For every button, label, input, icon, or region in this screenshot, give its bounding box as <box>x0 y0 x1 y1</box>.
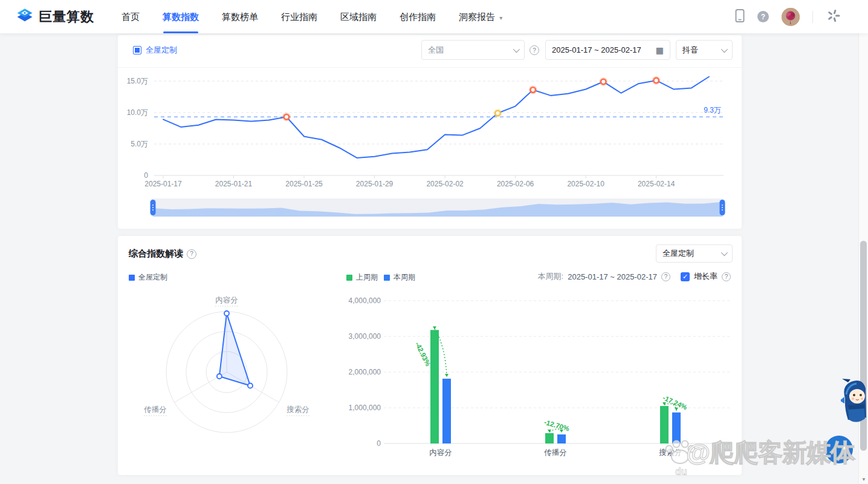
radar-legend-item[interactable]: 全屋定制 <box>129 272 167 283</box>
logo-text: 巨量算数 <box>39 8 94 26</box>
svg-text:2025-01-25: 2025-01-25 <box>285 180 323 188</box>
svg-text:2025-02-02: 2025-02-02 <box>426 180 464 188</box>
period-label: 本周期: <box>538 271 564 282</box>
chevron-down-icon <box>721 249 728 256</box>
svg-text:传播分: 传播分 <box>144 405 167 414</box>
period-help-icon[interactable]: ? <box>661 272 670 281</box>
top-nav: 巨量算数 首页 算数指数 算数榜单 行业指南 区域指南 创作指南 洞察报告 ▾ <box>0 0 868 33</box>
growth-help-icon[interactable]: ? <box>722 272 731 281</box>
svg-text:2025-02-10: 2025-02-10 <box>567 180 604 188</box>
svg-text:-42.93%: -42.93% <box>414 341 432 367</box>
svg-text:内容分: 内容分 <box>429 448 452 457</box>
svg-text:0: 0 <box>144 171 148 180</box>
svg-text:10.0万: 10.0万 <box>127 108 148 117</box>
svg-text:传播分: 传播分 <box>544 448 567 457</box>
section-help-icon[interactable]: ? <box>187 249 196 259</box>
section-title: 综合指数解读 <box>129 248 183 260</box>
svg-text:2025-01-29: 2025-01-29 <box>356 180 394 188</box>
help-icon[interactable]: ? <box>757 11 769 22</box>
nav-item-creation[interactable]: 创作指南 <box>400 0 436 33</box>
main-menu: 首页 算数指数 算数榜单 行业指南 区域指南 创作指南 洞察报告 ▾ <box>110 0 514 33</box>
page: 巨量算数 首页 算数指数 算数榜单 行业指南 区域指南 创作指南 洞察报告 ▾ <box>0 0 868 484</box>
nav-item-index[interactable]: 算数指数 <box>163 0 199 33</box>
trend-line-chart: 05.0万10.0万15.0万2025-01-172025-01-212025-… <box>118 35 742 194</box>
period-meta: 本周期: 2025-01-17 ~ 2025-02-17 ? ✓ 增长率 ? <box>538 271 731 282</box>
nav-item-region[interactable]: 区域指南 <box>340 0 377 33</box>
nav-item-industry[interactable]: 行业指南 <box>281 0 317 33</box>
legend-curr-period[interactable]: 本周期 <box>384 272 415 283</box>
svg-text:3,000,000: 3,000,000 <box>349 332 381 341</box>
active-underline <box>163 31 198 33</box>
mascot-widget[interactable] <box>841 379 866 428</box>
nav-item-home[interactable]: 首页 <box>121 0 140 33</box>
nav-item-rank[interactable]: 算数榜单 <box>222 0 258 33</box>
svg-text:2025-02-06: 2025-02-06 <box>497 180 534 188</box>
legend-marker <box>129 275 135 281</box>
composite-card: 综合指数解读 ? 全屋定制 全屋定制 上周期 本周期 本周期: 2025-01-… <box>118 236 742 475</box>
svg-text:2025-02-14: 2025-02-14 <box>638 180 675 188</box>
watermark-circle <box>825 436 853 463</box>
svg-text:15.0万: 15.0万 <box>127 77 148 85</box>
svg-text:2,000,000: 2,000,000 <box>349 368 381 376</box>
legend-marker <box>346 275 352 281</box>
svg-text:内容分: 内容分 <box>215 296 238 304</box>
keyword-dropdown[interactable]: 全屋定制 <box>656 244 733 263</box>
svg-text:搜索分: 搜索分 <box>659 448 682 457</box>
date-brush[interactable] <box>118 196 742 224</box>
scroll-down-arrow[interactable]: ▼ <box>859 477 868 482</box>
mobile-app-icon[interactable] <box>735 8 745 25</box>
svg-text:4,000,000: 4,000,000 <box>349 296 381 305</box>
period-value: 2025-01-17 ~ 2025-02-17 <box>568 272 657 281</box>
logo[interactable]: 巨量算数 <box>16 7 94 27</box>
logo-icon <box>16 7 34 27</box>
svg-text:2025-01-21: 2025-01-21 <box>215 180 253 188</box>
nav-right-tools: ? <box>735 0 841 33</box>
svg-text:0: 0 <box>377 439 381 448</box>
growth-rate-checkbox[interactable]: ✓ <box>681 272 690 281</box>
caret-down-icon: ▾ <box>499 1 502 34</box>
svg-text:搜索分: 搜索分 <box>287 405 309 414</box>
svg-text:1,000,000: 1,000,000 <box>349 404 381 412</box>
svg-text:-17.24%: -17.24% <box>662 394 688 411</box>
pinwheel-logo-icon[interactable] <box>826 8 841 26</box>
trend-card: 全屋定制 全国 ? 2025-01-17 ~ 2025-02-17 ▦ 抖音 0… <box>118 35 742 229</box>
svg-text:-12.70%: -12.70% <box>543 418 570 432</box>
svg-text:2025-01-17: 2025-01-17 <box>144 180 182 188</box>
legend-prev-period[interactable]: 上周期 <box>346 272 378 283</box>
legend-marker <box>384 275 390 281</box>
nav-divider <box>812 11 813 23</box>
nav-item-insight-report[interactable]: 洞察报告 ▾ <box>459 0 502 33</box>
avatar[interactable] <box>782 8 800 26</box>
svg-text:9.3万: 9.3万 <box>704 106 721 114</box>
growth-rate-label: 增长率 <box>694 271 717 282</box>
svg-text:5.0万: 5.0万 <box>131 140 148 148</box>
